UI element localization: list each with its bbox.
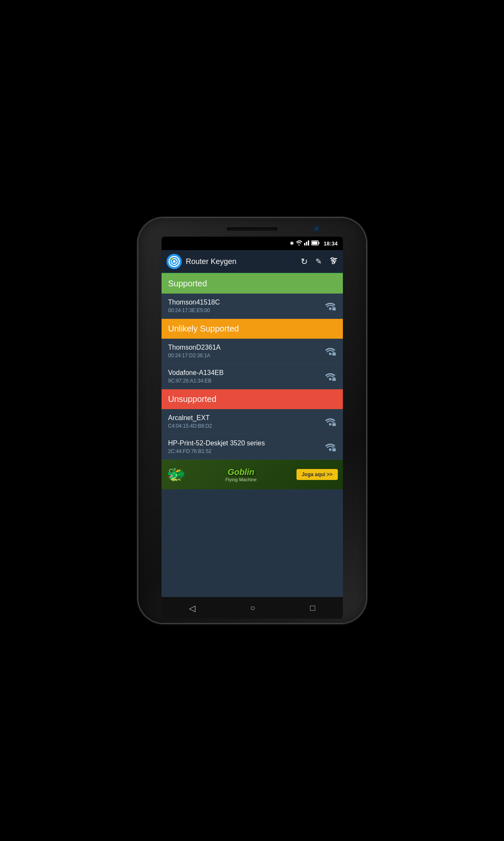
network-name: Arcalnet_EXT xyxy=(168,414,324,422)
network-info: ThomsonD2361A 00:24:17:D2:36:1A xyxy=(168,344,324,359)
phone-camera xyxy=(314,226,320,232)
bluetooth-icon: ✱ xyxy=(290,240,294,246)
wifi-lock-icon xyxy=(324,301,336,311)
ad-goblin-image: 🐲 xyxy=(167,466,186,483)
network-info: Arcalnet_EXT C4:04:15:4D:B8:D2 xyxy=(168,414,324,429)
ad-cta-button[interactable]: Joga aqui >> xyxy=(296,469,337,480)
section-header-supported: Supported xyxy=(162,274,343,294)
app-logo: 🔑 xyxy=(167,254,182,269)
ad-text-area: Goblin Flying Machine xyxy=(190,467,293,482)
phone-device: ✱ xyxy=(138,218,366,623)
wifi-status-icon xyxy=(296,240,302,247)
app-bar: 🔑 Router Keygen ↻ ✎ xyxy=(162,250,343,274)
network-mac: 9C:97:26:A1:34:EB xyxy=(168,378,324,384)
nav-bar: ◁ ○ □ xyxy=(162,597,343,619)
svg-rect-23 xyxy=(333,377,335,379)
network-item-arcalnet[interactable]: Arcalnet_EXT C4:04:15:4D:B8:D2 xyxy=(162,409,343,434)
network-item-thomsond2361a[interactable]: ThomsonD2361A 00:24:17:D2:36:1A xyxy=(162,339,343,364)
status-time: 18:34 xyxy=(323,240,337,247)
network-mac: 2C:44:FD:76:B1:52 xyxy=(168,448,324,454)
svg-rect-0 xyxy=(304,243,305,245)
svg-point-16 xyxy=(334,259,336,261)
network-name: ThomsonD2361A xyxy=(168,344,324,351)
network-name: Thomson41518C xyxy=(168,299,324,306)
network-mac: C4:04:15:4D:B8:D2 xyxy=(168,423,324,429)
network-info: HP-Print-52-Deskjet 3520 series 2C:44:FD… xyxy=(168,439,324,454)
section-header-unsupported: Unsupported xyxy=(162,389,343,409)
svg-rect-19 xyxy=(333,307,335,308)
status-bar: ✱ xyxy=(162,237,343,250)
app-bar-icons: ↻ ✎ xyxy=(301,256,338,267)
ad-banner[interactable]: 🐲 Goblin Flying Machine Joga aqui >> xyxy=(162,460,343,489)
network-item-thomson41518c[interactable]: Thomson41518C 00:24:17:3E:E5:00 xyxy=(162,294,343,319)
network-info: Vodafone-A134EB 9C:97:26:A1:34:EB xyxy=(168,369,324,384)
svg-rect-2 xyxy=(308,240,309,245)
network-name: HP-Print-52-Deskjet 3520 series xyxy=(168,439,324,447)
signal-icon xyxy=(304,240,309,247)
edit-button[interactable]: ✎ xyxy=(315,257,322,266)
svg-rect-1 xyxy=(306,242,307,245)
network-mac: 00:24:17:D2:36:1A xyxy=(168,353,324,359)
svg-point-15 xyxy=(331,257,333,259)
network-item-vodafone[interactable]: Vodafone-A134EB 9C:97:26:A1:34:EB xyxy=(162,364,343,389)
section-header-unlikely: Unlikely Supported xyxy=(162,319,343,339)
svg-point-17 xyxy=(332,261,334,264)
svg-text:🔑: 🔑 xyxy=(171,258,174,261)
refresh-button[interactable]: ↻ xyxy=(301,256,308,267)
svg-rect-27 xyxy=(333,448,335,449)
ad-subtitle: Flying Machine xyxy=(225,477,256,482)
battery-icon xyxy=(311,240,320,247)
status-icons: ✱ xyxy=(290,240,337,247)
wifi-lock-icon xyxy=(324,442,336,452)
network-list: Supported Thomson41518C 00:24:17:3E:E5:0… xyxy=(162,274,343,597)
svg-rect-5 xyxy=(312,242,318,245)
network-mac: 00:24:17:3E:E5:00 xyxy=(168,307,324,313)
svg-rect-4 xyxy=(319,242,320,244)
nav-recent-button[interactable]: □ xyxy=(302,600,323,616)
phone-speaker xyxy=(227,227,278,231)
wifi-lock-icon xyxy=(324,372,336,382)
network-info: Thomson41518C 00:24:17:3E:E5:00 xyxy=(168,299,324,313)
wifi-lock-icon xyxy=(324,417,336,427)
app-title: Router Keygen xyxy=(186,257,301,266)
svg-rect-25 xyxy=(333,423,335,424)
network-item-hp[interactable]: HP-Print-52-Deskjet 3520 series 2C:44:FD… xyxy=(162,434,343,460)
phone-screen: ✱ xyxy=(162,237,343,619)
filter-button[interactable] xyxy=(329,257,338,267)
nav-home-button[interactable]: ○ xyxy=(242,600,264,616)
nav-back-button[interactable]: ◁ xyxy=(181,600,204,617)
svg-rect-21 xyxy=(333,352,335,353)
network-name: Vodafone-A134EB xyxy=(168,369,324,377)
wifi-lock-icon xyxy=(324,346,336,356)
ad-title: Goblin xyxy=(228,467,254,477)
ad-content: 🐲 Goblin Flying Machine Joga aqui >> xyxy=(162,466,343,483)
